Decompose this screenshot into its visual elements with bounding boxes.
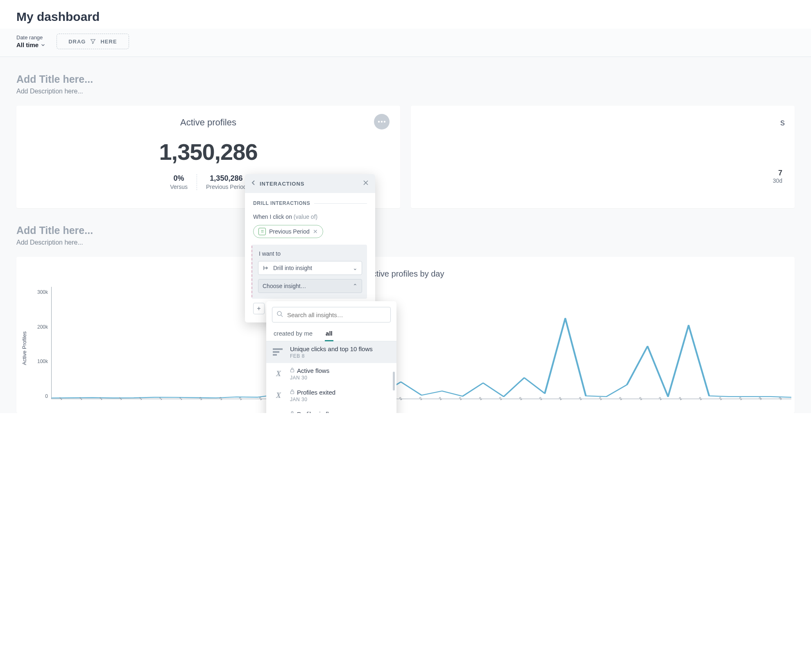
close-icon xyxy=(363,180,369,186)
lock-icon xyxy=(290,368,294,374)
insight-item[interactable]: XActive flowsJAN 30 xyxy=(266,363,396,385)
chart-plot-area[interactable]: 1111111222222222222222222222222222233 xyxy=(51,287,791,399)
choose-insight-value: Choose insight… xyxy=(263,283,306,289)
date-range-label: Date range xyxy=(16,34,45,41)
insight-item[interactable]: Unique clicks and top 10 flowsFEB 8 xyxy=(266,341,396,363)
kpi-prev-value[interactable]: 1,350,286 xyxy=(206,174,247,183)
insight-date: JAN 30 xyxy=(290,397,390,402)
insight-name: Profiles in flow xyxy=(290,411,390,413)
chevron-down-icon xyxy=(41,43,45,47)
insight-name: Profiles exited xyxy=(290,389,390,396)
svg-rect-4 xyxy=(291,370,294,372)
svg-point-3 xyxy=(277,311,281,316)
lock-icon xyxy=(290,389,294,395)
insight-dropdown: created by me all Unique clicks and top … xyxy=(266,301,396,413)
kpi-versus-pct: 0% xyxy=(170,174,188,183)
insight-name: Unique clicks and top 10 flows xyxy=(290,345,390,352)
popover-back-button[interactable] xyxy=(251,180,256,187)
date-range-value[interactable]: All time xyxy=(16,41,45,48)
insight-list[interactable]: Unique clicks and top 10 flowsFEB 8XActi… xyxy=(266,341,396,413)
page-title: My dashboard xyxy=(16,10,795,24)
filter-bar: Date range All time DRAG HERE xyxy=(0,29,811,57)
kpi-card-secondary: s 7 30d xyxy=(411,106,795,208)
bar-chart-icon xyxy=(273,346,284,358)
drill-section-label: DRILL INTERACTIONS xyxy=(253,200,367,206)
svg-point-0 xyxy=(378,121,380,123)
metric-icon: ⠿ xyxy=(258,228,266,235)
interactions-popover: INTERACTIONS DRILL INTERACTIONS When I c… xyxy=(245,174,375,322)
action-config-box: I want to Drill into insight ⌄ Choose in… xyxy=(251,245,367,299)
kpi2-value: 7 xyxy=(421,169,785,177)
chart-card: Active profiles by day Active Profiles 3… xyxy=(16,257,795,413)
insight-name: Active flows xyxy=(290,367,390,374)
svg-point-1 xyxy=(381,121,383,123)
insight-date: JAN 30 xyxy=(290,375,390,381)
insight-search-box[interactable] xyxy=(272,307,391,322)
card-more-button[interactable] xyxy=(374,114,390,129)
tab-created-by-me[interactable]: created by me xyxy=(273,327,313,341)
section2-title-input[interactable]: Add Title here... xyxy=(16,225,795,236)
choose-insight-select[interactable]: Choose insight… ⌃ xyxy=(258,279,362,293)
y-axis-ticks: 300k200k100k0 xyxy=(29,287,51,410)
section2-desc-input[interactable]: Add Description here... xyxy=(16,239,795,246)
chip-label: Previous Period xyxy=(269,228,310,235)
drag-text-right: HERE xyxy=(100,39,117,45)
scrollbar-thumb[interactable] xyxy=(393,372,395,390)
chart-title: Active profiles by day xyxy=(20,269,791,279)
more-icon xyxy=(378,120,386,123)
metric-x-icon: X xyxy=(273,368,284,379)
kpi-value: 1,350,286 xyxy=(26,138,390,165)
insight-tabs: created by me all xyxy=(266,327,396,341)
when-click-label: When I click on xyxy=(253,213,292,220)
target-chip[interactable]: ⠿ Previous Period ✕ xyxy=(253,225,323,238)
date-range-filter[interactable]: Date range All time xyxy=(16,34,45,48)
x-axis-ticks: 1111111222222222222222222222222222233 xyxy=(52,403,791,408)
insight-item[interactable]: XProfiles exitedJAN 30 xyxy=(266,385,396,406)
add-interaction-button[interactable]: + xyxy=(253,303,265,314)
action-type-value: Drill into insight xyxy=(273,265,312,271)
chip-remove-button[interactable]: ✕ xyxy=(313,228,318,235)
popover-title: INTERACTIONS xyxy=(260,181,305,187)
svg-point-2 xyxy=(384,121,385,123)
section-desc-input[interactable]: Add Description here... xyxy=(16,88,795,95)
kpi2-label: 30d xyxy=(421,177,785,184)
insight-date: FEB 8 xyxy=(290,353,390,359)
kpi2-title-fragment: s xyxy=(421,117,785,128)
y-axis-label: Active Profiles xyxy=(20,287,29,410)
chevron-up-icon: ⌃ xyxy=(353,283,358,289)
lock-icon xyxy=(290,411,294,413)
chevron-left-icon xyxy=(251,180,256,186)
when-click-text: When I click on (value of) xyxy=(253,213,367,220)
date-range-text: All time xyxy=(16,41,39,48)
kpi-title: Active profiles xyxy=(26,117,390,128)
insight-search-input[interactable] xyxy=(287,311,386,318)
popover-close-button[interactable] xyxy=(363,180,369,187)
action-type-select[interactable]: Drill into insight ⌄ xyxy=(258,261,362,275)
kpi-versus-label: Versus xyxy=(170,184,188,190)
search-icon xyxy=(276,311,283,319)
line-chart-svg xyxy=(52,287,791,399)
metric-x-icon: X xyxy=(273,390,284,401)
when-click-muted: (value of) xyxy=(294,213,317,220)
filter-icon xyxy=(90,38,96,45)
insight-item[interactable]: XProfiles in flowJAN 30 xyxy=(266,406,396,413)
section-title-input[interactable]: Add Title here... xyxy=(16,73,795,85)
kpi-prev-label: Previous Period xyxy=(206,184,247,190)
i-want-to-label: I want to xyxy=(258,250,362,257)
drill-icon xyxy=(263,265,269,271)
filter-drop-zone[interactable]: DRAG HERE xyxy=(57,34,129,49)
svg-rect-5 xyxy=(291,391,294,394)
metric-x-icon: X xyxy=(273,411,284,413)
tab-all[interactable]: all xyxy=(325,327,333,341)
drag-text-left: DRAG xyxy=(68,39,86,45)
chevron-down-icon: ⌄ xyxy=(353,265,358,271)
